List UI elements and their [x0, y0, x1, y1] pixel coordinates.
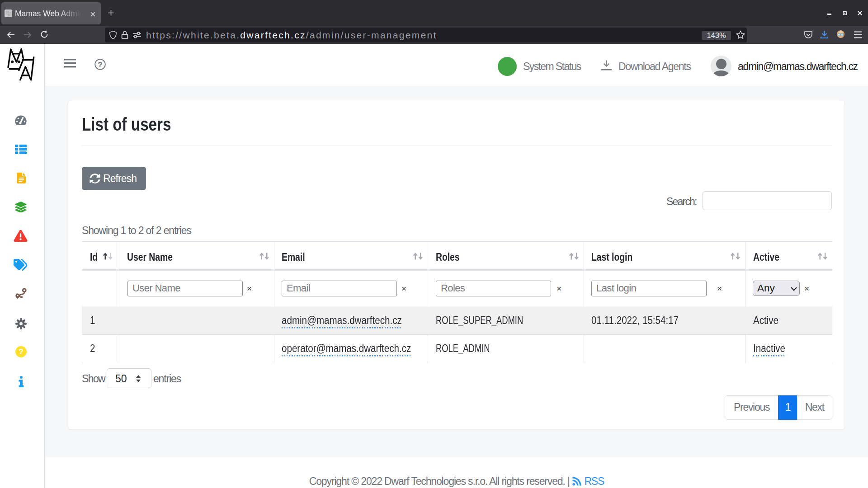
svg-text:?: ?	[19, 347, 23, 356]
svg-text:?: ?	[98, 61, 102, 69]
